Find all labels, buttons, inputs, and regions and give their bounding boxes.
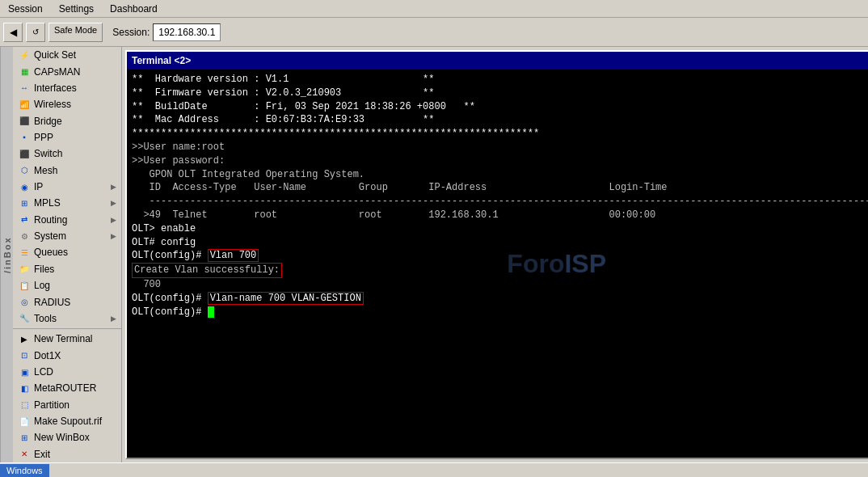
main-area: /inBox ⚡Quick Set▦CAPsMAN↔Interfaces📶Wir… [0,47,868,462]
session-label: Session: [112,27,150,38]
sidebar-item-metarouter[interactable]: ◧MetaROUTER [13,380,121,396]
sidebar-item-tools[interactable]: 🔧Tools▶ [13,310,121,327]
sidebar-icon-partition: ⬚ [18,399,31,412]
sidebar-item-routing[interactable]: ⇄Routing▶ [13,212,121,228]
sidebar-icon-capsman: ▦ [18,65,31,78]
sidebar-icon-log: 📋 [18,279,31,292]
sidebar-label-lcd: LCD [34,366,53,378]
sidebar-icon-switch: ⬛ [18,147,31,160]
sidebar-label-ppp: PPP [34,132,53,143]
sidebar-arrow-tools: ▶ [111,314,116,323]
toolbar: ◀ ↺ Safe Mode Session: 192.168.30.1 [0,18,868,47]
sidebar-item-mesh[interactable]: ⬡Mesh [13,163,121,179]
sidebar-item-exit[interactable]: ✕Exit [13,446,121,462]
sidebar-label-files: Files [34,264,54,275]
sidebar-label-mesh: Mesh [34,165,57,176]
terminal-titlebar: Terminal <2> 🗗 ✕ [127,52,868,70]
sidebar-arrow-system: ▶ [111,232,116,240]
sidebar-item-ppp[interactable]: ▪PPP [13,129,121,146]
sidebar-icon-dot1x: ⊡ [18,349,31,362]
sidebar-item-radius[interactable]: ◎RADIUS [13,293,121,310]
sidebar-wrapper: /inBox ⚡Quick Set▦CAPsMAN↔Interfaces📶Wir… [0,47,122,462]
sidebar-icon-mesh: ⬡ [18,164,31,177]
menu-session[interactable]: Session [3,2,48,15]
terminal-line: ----------------------------------------… [132,195,868,209]
terminal-line: Create Vlan successfully: [132,263,868,278]
sidebar-label-system: System [34,230,66,242]
sidebar-label-queues: Queues [34,247,68,258]
sidebar-label-dot1x: Dot1X [34,350,61,361]
terminal-line: GPON OLT Integrated Operating System. [132,168,868,182]
sidebar-label-bridge: Bridge [34,116,62,127]
command-highlight: Vlan 700 [208,249,259,262]
terminal-line: OLT(config)# [132,306,868,319]
session-value: 192.168.30.1 [153,23,221,41]
sidebar-arrow-routing: ▶ [111,216,116,224]
sidebar-item-bridge[interactable]: ⬛Bridge [13,112,121,129]
terminal-line: OLT(config)# Vlan 700 [132,249,868,263]
sidebar-label-exit: Exit [34,449,50,460]
sidebar-label-capsman: CAPsMAN [34,66,80,78]
sidebar-icon-ip: ◉ [18,180,31,193]
sidebar-label-quick-set: Quick Set [34,49,76,61]
sidebar-item-lcd[interactable]: ▣LCD [13,364,121,380]
sidebar-icon-make-supout: 📄 [18,415,31,428]
sidebar-item-new-winbox[interactable]: ⊞New WinBox [13,429,121,445]
sidebar-item-interfaces[interactable]: ↔Interfaces [13,80,121,96]
back-button[interactable]: ◀ [3,23,23,42]
terminal-line: ** Mac Address : E0:67:B3:7A:E9:33 ** [132,113,868,127]
menu-dashboard[interactable]: Dashboard [105,2,162,15]
command-highlight: Vlan-name 700 VLAN-GESTION [208,292,364,305]
sidebar-item-dot1x[interactable]: ⊡Dot1X [13,347,121,363]
sidebar-icon-tools: 🔧 [18,312,31,325]
sidebar-item-wireless[interactable]: 📶Wireless [13,96,121,112]
sidebar-item-partition[interactable]: ⬚Partition [13,397,121,413]
sidebar-item-capsman[interactable]: ▦CAPsMAN [13,63,121,79]
sidebar-item-new-terminal[interactable]: ▶New Terminal [13,331,121,347]
sidebar-item-log[interactable]: 📋Log [13,277,121,293]
sidebar-label-make-supout: Make Supout.rif [34,416,102,427]
sidebar-item-system[interactable]: ⚙System▶ [13,228,121,244]
terminal-line: >49 Telnet root root 192.168.30.1 00:00:… [132,209,868,222]
sidebar-icon-wireless: 📶 [18,98,31,111]
sidebar-label-routing: Routing [34,214,67,226]
sidebar-icon-radius: ◎ [18,296,31,309]
sidebar-icon-bridge: ⬛ [18,115,31,128]
sidebar-item-quick-set[interactable]: ⚡Quick Set [13,47,121,63]
terminal-line: OLT> enable [132,222,868,236]
highlight-box: Create Vlan successfully: [132,263,282,278]
terminal-body[interactable]: ForoISP ** Hardware version : V1.1 **** … [127,70,868,458]
safemode-button[interactable]: Safe Mode [48,23,103,42]
terminal-line: ID Access-Type User-Name Group IP-Addres… [132,181,868,195]
sidebar-item-make-supout[interactable]: 📄Make Supout.rif [13,413,121,429]
sidebar-icon-routing: ⇄ [18,213,31,226]
sidebar-item-files[interactable]: 📁Files [13,261,121,277]
terminal-container: Terminal <2> 🗗 ✕ ForoISP ** Hardware ver… [122,47,868,462]
sidebar-icon-quick-set: ⚡ [18,49,31,61]
sidebar-label-wireless: Wireless [34,99,71,110]
terminal-title: Terminal <2> [132,55,191,66]
sidebar-icon-mpls: ⊞ [18,196,31,209]
sidebar-label-new-winbox: New WinBox [34,432,90,443]
terminal-line: 700 [132,278,868,292]
terminal-content: ** Hardware version : V1.1 **** Firmware… [132,73,868,319]
sidebar-icon-interfaces: ↔ [18,82,31,95]
sidebar-icon-queues: ☰ [18,247,31,260]
sidebar-label-mpls: MPLS [34,197,61,209]
sidebar-item-mpls[interactable]: ⊞MPLS▶ [13,195,121,211]
sidebar-arrow-mpls: ▶ [111,199,116,207]
sidebar-icon-metarouter: ◧ [18,382,31,395]
windows-button[interactable]: Windows [0,464,49,477]
menu-settings[interactable]: Settings [54,2,99,15]
sidebar-label-switch: Switch [34,148,62,159]
terminal-line: ****************************************… [132,127,868,141]
reconnect-button[interactable]: ↺ [26,23,45,42]
sidebar-item-queues[interactable]: ☰Queues [13,244,121,260]
sidebar-label-tools: Tools [34,313,57,324]
sidebar-item-ip[interactable]: ◉IP▶ [13,179,121,195]
sidebar-icon-exit: ✕ [18,448,31,461]
sidebar-item-switch[interactable]: ⬛Switch [13,146,121,162]
sidebar-label-new-terminal: New Terminal [34,333,92,344]
sidebar-label-ip: IP [34,181,43,192]
sidebar-label-partition: Partition [34,399,70,411]
